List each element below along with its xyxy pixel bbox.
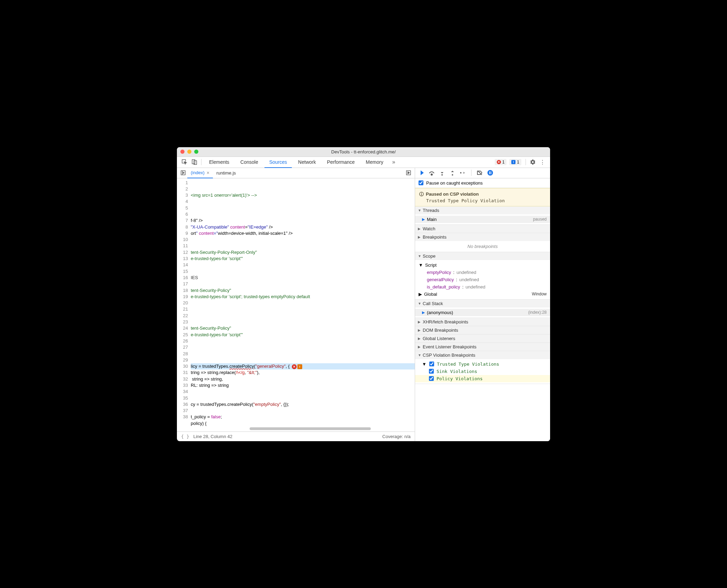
cursor-position: Line 28, Column 42 (193, 434, 232, 439)
info-icon: ⓘ (419, 191, 424, 197)
maximize-window-button[interactable] (194, 150, 198, 154)
pretty-print-icon[interactable]: { } (181, 434, 189, 439)
svg-rect-13 (491, 171, 491, 174)
watch-header[interactable]: ▶Watch (415, 225, 550, 233)
status-bar: { } Line 28, Column 42 Coverage: n/a (177, 431, 415, 441)
csp-policy-row[interactable]: Policy Violations (415, 375, 550, 382)
step-into-icon[interactable] (439, 169, 446, 176)
scope-global[interactable]: ▶GlobalWindow (415, 291, 550, 298)
kebab-icon[interactable]: ⋮ (538, 158, 547, 166)
pause-exceptions-icon[interactable] (487, 169, 494, 176)
svg-point-9 (460, 172, 461, 173)
main-tabs: Elements Console Sources Network Perform… (177, 157, 550, 168)
csp-tt-checkbox[interactable] (429, 362, 434, 366)
file-tab-index[interactable]: (index)× (187, 168, 213, 178)
line-gutter: 1234567891011121314151617181920212223242… (177, 178, 191, 431)
step-out-icon[interactable] (449, 169, 456, 176)
callstack-frame[interactable]: ▶(anonymous)(index):28 (415, 309, 550, 316)
horizontal-scrollbar[interactable] (250, 427, 371, 430)
svg-rect-12 (489, 171, 490, 174)
tab-console[interactable]: Console (235, 157, 263, 168)
more-tabs-icon[interactable]: » (389, 158, 398, 166)
csp-trusted-row[interactable]: ▼Trusted Type Violations (415, 360, 550, 368)
tab-elements[interactable]: Elements (204, 157, 234, 168)
threads-header[interactable]: ▼Threads (415, 206, 550, 214)
tab-network[interactable]: Network (293, 157, 321, 168)
breakpoints-header[interactable]: ▶Breakpoints (415, 233, 550, 241)
traffic-lights (180, 150, 198, 154)
step-icon[interactable] (459, 169, 466, 176)
tab-performance[interactable]: Performance (322, 157, 359, 168)
csp-header[interactable]: ▼CSP Violation Breakpoints (415, 351, 550, 359)
minimize-window-button[interactable] (187, 150, 191, 154)
pause-caught-checkbox[interactable] (419, 180, 423, 185)
event-listener-header[interactable]: ▶Event Listener Breakpoints (415, 343, 550, 351)
svg-point-11 (487, 170, 493, 176)
source-panel: (index)× runtime.js 12345678910111213141… (177, 168, 415, 441)
scope-script[interactable]: ▼Script (415, 261, 550, 269)
scope-var: generalPolicy: undefined (415, 276, 550, 283)
global-listeners-header[interactable]: ▶Global Listeners (415, 335, 550, 342)
scope-var: emptyPolicy: undefined (415, 269, 550, 276)
svg-rect-1 (192, 160, 195, 164)
device-icon[interactable] (190, 158, 198, 166)
close-window-button[interactable] (180, 150, 185, 154)
titlebar: DevTools - tt-enforced.glitch.me/ (177, 147, 550, 157)
devtools-window: DevTools - tt-enforced.glitch.me/ Elemen… (177, 147, 550, 441)
coverage-status: Coverage: n/a (382, 434, 411, 439)
tab-sources[interactable]: Sources (264, 157, 292, 168)
navigator-icon[interactable] (179, 169, 187, 177)
csp-sink-row[interactable]: Sink Violations (415, 368, 550, 375)
step-over-icon[interactable] (428, 169, 435, 176)
dom-header[interactable]: ▶DOM Breakpoints (415, 326, 550, 334)
svg-point-6 (431, 174, 432, 175)
scope-var: is_default_policy: undefined (415, 283, 550, 291)
error-badge[interactable]: ✕1 (495, 159, 507, 165)
issue-badge[interactable]: !1 (509, 159, 521, 165)
window-title: DevTools - tt-enforced.glitch.me/ (331, 149, 396, 154)
debug-toolbar (415, 168, 550, 178)
callstack-header[interactable]: ▼Call Stack (415, 300, 550, 308)
thread-main[interactable]: ▶Mainpaused (415, 216, 550, 223)
csp-policy-checkbox[interactable] (429, 376, 434, 381)
deactivate-breakpoints-icon[interactable] (476, 169, 483, 176)
inspect-icon[interactable] (180, 158, 189, 166)
code-editor[interactable]: 1234567891011121314151617181920212223242… (177, 178, 415, 431)
code-area[interactable]: <img src=1 onerror='alert(1)'> --> f-8" … (191, 178, 415, 431)
scope-header[interactable]: ▼Scope (415, 252, 550, 260)
settings-icon[interactable] (529, 158, 537, 166)
paused-banner: ⓘPaused on CSP violation Trusted Type Po… (415, 188, 550, 206)
xhr-header[interactable]: ▶XHR/fetch Breakpoints (415, 318, 550, 326)
run-snippet-icon[interactable] (404, 169, 413, 177)
close-icon[interactable]: × (207, 170, 209, 176)
debugger-panel: ➡ Pause on caught exceptions ⓘPaused on … (415, 168, 550, 441)
file-tab-runtime[interactable]: runtime.js (213, 168, 239, 178)
svg-point-7 (441, 174, 443, 176)
csp-sink-checkbox[interactable] (429, 369, 434, 374)
resume-icon[interactable] (418, 169, 425, 176)
tab-memory[interactable]: Memory (361, 157, 388, 168)
svg-point-8 (452, 174, 453, 176)
no-breakpoints-label: No breakpoints (415, 241, 550, 252)
file-tabs: (index)× runtime.js (177, 168, 415, 178)
pause-option-row: Pause on caught exceptions (415, 178, 550, 188)
